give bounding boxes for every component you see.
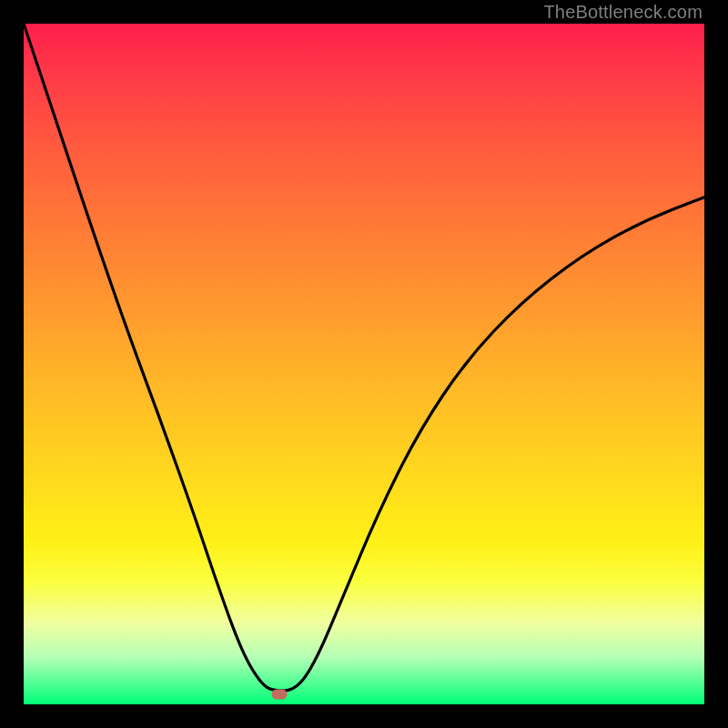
curve-path: [24, 24, 704, 691]
optimum-marker: [271, 689, 287, 699]
plot-area: [24, 24, 704, 704]
bottleneck-curve: [24, 24, 704, 704]
watermark-text: TheBottleneck.com: [543, 2, 703, 23]
chart-frame: TheBottleneck.com: [0, 0, 728, 728]
